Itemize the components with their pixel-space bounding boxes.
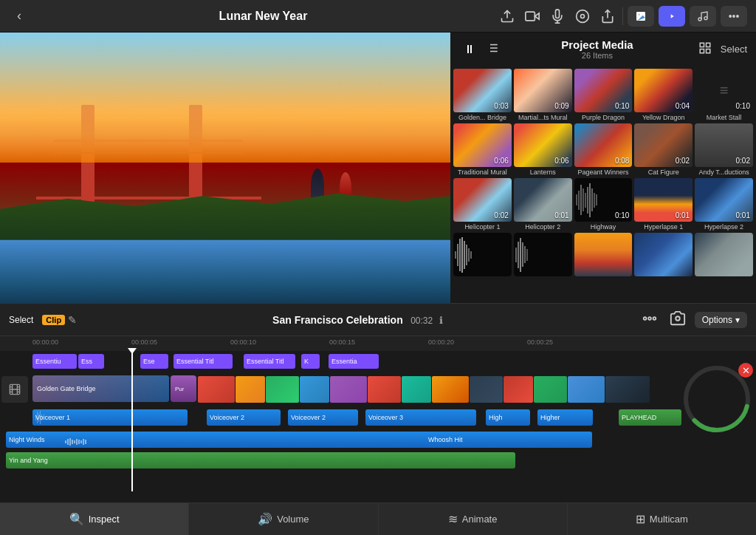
- svg-point-27: [676, 316, 680, 321]
- video-clip[interactable]: Golden Gate Bridge: [32, 375, 169, 402]
- svg-rect-23: [706, 49, 709, 52]
- sfx-track: Night Winds Whoosh Hit: [0, 429, 756, 450]
- ruler-mark-0: 00:00:00: [32, 336, 58, 346]
- timeline-header: Select Clip ✎ San Francisco Celebration …: [0, 304, 756, 336]
- title-clip[interactable]: Essentiu: [32, 354, 77, 369]
- svg-point-5: [581, 14, 585, 18]
- svg-point-11: [698, 18, 701, 21]
- inspect-icon: 🔍: [69, 512, 84, 526]
- audio-clip[interactable]: Higher: [537, 409, 593, 426]
- video-clip-sequence[interactable]: [198, 376, 685, 403]
- list-item[interactable]: 0:10 Highway: [574, 178, 633, 231]
- music-tab-btn[interactable]: [690, 6, 716, 27]
- timeline-split-icon[interactable]: [639, 309, 661, 331]
- toolbar-right: •••: [497, 6, 747, 27]
- list-item[interactable]: 0:01 Hyperlapse 2: [695, 178, 753, 231]
- photos-tab-btn[interactable]: [628, 6, 654, 27]
- list-item[interactable]: 0:01 Hyperlapse 1: [634, 178, 693, 231]
- tab-multicam[interactable]: ⊞ Multicam: [568, 503, 756, 535]
- list-item[interactable]: 0:02 Andy T...ductions: [695, 123, 753, 176]
- back-button[interactable]: ‹: [9, 6, 30, 27]
- media-select-btn[interactable]: Select: [721, 44, 747, 55]
- more-btn[interactable]: •••: [721, 6, 747, 27]
- tab-animate-label: Animate: [462, 514, 498, 525]
- list-item[interactable]: 0:01 Helicopter 2: [514, 178, 572, 231]
- svg-point-8: [639, 13, 640, 15]
- media-pause-btn[interactable]: ⏸: [459, 43, 480, 56]
- title-clip[interactable]: Essentia: [329, 354, 379, 369]
- title-clip[interactable]: Essential Titl: [244, 354, 295, 369]
- list-item[interactable]: [514, 233, 572, 278]
- timeline-body: Essentiu Ess Ese Essential Titl Essentia…: [0, 351, 756, 471]
- list-item[interactable]: 0:03 Golden... Bridge: [453, 69, 512, 121]
- clip-edit-icon[interactable]: ✎: [68, 314, 77, 326]
- tab-inspect-label: Inspect: [89, 514, 120, 525]
- tab-volume[interactable]: 🔊 Volume: [189, 503, 378, 535]
- music-track: Yin and Yang: [0, 450, 756, 471]
- export-icon[interactable]: [597, 6, 618, 27]
- ruler-mark-1: 00:00:05: [131, 336, 157, 346]
- media-tab-btn[interactable]: [659, 6, 685, 27]
- playhead-badge-container: ✕: [684, 366, 750, 432]
- voiceover-icon[interactable]: [572, 6, 593, 27]
- list-item[interactable]: 0:08 Pageant Winners: [574, 123, 633, 176]
- title-clip[interactable]: Essential Titl: [173, 354, 233, 369]
- list-item[interactable]: [634, 233, 693, 278]
- clip-badge: Clip ✎: [42, 314, 77, 326]
- video-clip[interactable]: Pur: [171, 375, 196, 402]
- timeline-options: Options ▾: [639, 309, 747, 331]
- timeline-ruler: 00:00:00 00:00:05 00:00:10 00:00:15 00:0…: [0, 336, 756, 351]
- list-item[interactable]: [574, 233, 633, 278]
- tab-inspect[interactable]: 🔍 Inspect: [0, 503, 189, 535]
- list-item[interactable]: 0:04 Yellow Dragon: [634, 69, 693, 121]
- audio-clip[interactable]: Voiceover 1: [32, 409, 188, 426]
- audio-clip[interactable]: Voiceover 2: [288, 409, 358, 426]
- timeline-project-name: San Francisco Celebration: [272, 314, 403, 326]
- audio-clip[interactable]: Voiceover 2: [207, 409, 281, 426]
- svg-point-4: [577, 10, 589, 22]
- list-item[interactable]: [695, 233, 753, 278]
- mic-icon[interactable]: [547, 6, 568, 27]
- svg-rect-21: [706, 43, 709, 47]
- volume-icon: 🔊: [258, 512, 272, 526]
- list-item[interactable]: 0:02 Helicopter 1: [453, 178, 512, 231]
- voiceover-track: Voiceover 1 Voiceover 2 Voiceover 2 Voic…: [0, 407, 756, 429]
- svg-rect-20: [700, 43, 704, 47]
- multicam-icon: ⊞: [636, 512, 645, 526]
- audio-clip[interactable]: High: [486, 409, 530, 426]
- list-item[interactable]: [453, 233, 512, 278]
- ruler-mark-5: 00:00:25: [527, 336, 553, 346]
- media-grid-btn[interactable]: [695, 41, 715, 58]
- playhead-dial: ✕: [684, 366, 750, 432]
- media-grid: 0:03 Golden... Bridge 0:09 Martial...ts …: [450, 66, 756, 281]
- timeline-info-icon[interactable]: ℹ: [439, 315, 443, 326]
- title-clip[interactable]: K: [301, 354, 320, 369]
- timeline-select-label: Select: [9, 315, 33, 325]
- media-select-label: Select: [721, 44, 747, 55]
- timeline-options-btn[interactable]: Options ▾: [695, 312, 747, 328]
- list-item[interactable]: ≡ 0:10 Market Stall: [695, 69, 753, 121]
- media-list-icon[interactable]: [486, 41, 499, 58]
- media-panel-title: Project Media: [505, 38, 690, 51]
- list-item[interactable]: 0:10 Purple Dragon: [574, 69, 633, 121]
- list-item[interactable]: 0:09 Martial...ts Mural: [514, 69, 572, 121]
- camera-icon[interactable]: [522, 6, 543, 27]
- svg-rect-1: [526, 12, 535, 21]
- sfx-clip[interactable]: Night Winds: [6, 432, 493, 448]
- list-item[interactable]: 0:06 Lanterns: [514, 123, 572, 176]
- ruler-mark-2: 00:00:10: [230, 336, 256, 346]
- tab-animate[interactable]: ≋ Animate: [379, 503, 568, 535]
- list-item[interactable]: 0:02 Cat Figure: [634, 123, 693, 176]
- timeline-camera-icon[interactable]: [667, 309, 689, 331]
- timeline-center: San Francisco Celebration 00:32 ℹ: [84, 313, 631, 327]
- sfx-clip-2[interactable]: Whoosh Hit: [425, 432, 592, 448]
- tab-multicam-label: Multicam: [650, 514, 688, 525]
- playhead-label-clip[interactable]: PLAYHEAD: [619, 409, 681, 426]
- audio-clip[interactable]: Voiceover 3: [365, 409, 476, 426]
- list-item[interactable]: 0:06 Traditional Mural: [453, 123, 512, 176]
- title-clip[interactable]: Ese: [140, 354, 168, 369]
- upload-icon[interactable]: [497, 6, 518, 27]
- music-clip[interactable]: Yin and Yang: [6, 452, 515, 468]
- close-badge-btn[interactable]: ✕: [738, 363, 753, 378]
- title-clip[interactable]: Ess: [78, 354, 104, 369]
